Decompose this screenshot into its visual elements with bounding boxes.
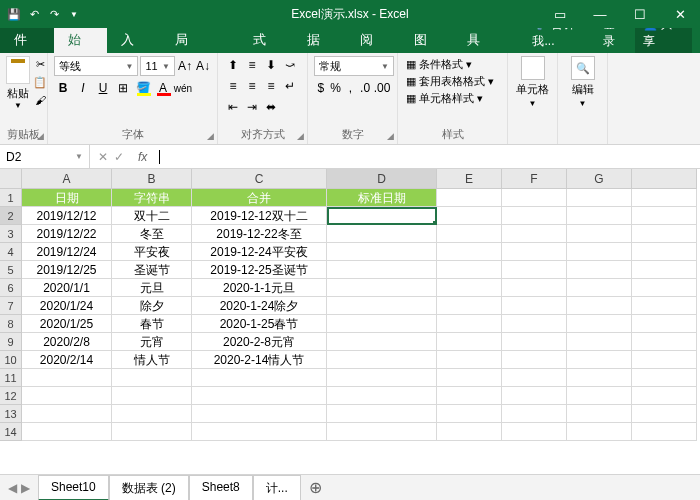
cell[interactable]: 2020-1-24除夕 [192, 297, 327, 315]
cell[interactable] [567, 189, 632, 207]
cell[interactable] [437, 261, 502, 279]
font-color-button[interactable]: A [154, 79, 172, 97]
cell[interactable]: 2020-1-25春节 [192, 315, 327, 333]
cell[interactable] [502, 405, 567, 423]
row-header[interactable]: 5 [0, 261, 22, 279]
cell[interactable]: 标准日期 [327, 189, 437, 207]
cell[interactable]: 2020/1/24 [22, 297, 112, 315]
decrease-font-icon[interactable]: A↓ [195, 57, 211, 75]
cell[interactable]: 2019/12/24 [22, 243, 112, 261]
conditional-format-button[interactable]: ▦条件格式 ▾ [404, 56, 501, 73]
cell[interactable]: 2020/2/14 [22, 351, 112, 369]
decrease-decimal-icon[interactable]: .00 [373, 79, 391, 97]
border-button[interactable]: ⊞ [114, 79, 132, 97]
cell[interactable]: 双十二 [112, 207, 192, 225]
cell[interactable] [437, 189, 502, 207]
save-icon[interactable]: 💾 [6, 6, 22, 22]
col-header[interactable] [632, 169, 697, 189]
align-left-icon[interactable]: ≡ [224, 77, 242, 95]
increase-font-icon[interactable]: A↑ [177, 57, 193, 75]
col-header[interactable]: C [192, 169, 327, 189]
currency-icon[interactable]: $ [314, 79, 328, 97]
sheet-tab[interactable]: Sheet8 [189, 475, 253, 501]
cell[interactable]: 除夕 [112, 297, 192, 315]
dialog-launcher-icon[interactable]: ◢ [37, 131, 44, 141]
cell[interactable]: 2020/1/25 [22, 315, 112, 333]
col-header[interactable]: D [327, 169, 437, 189]
cell[interactable] [327, 243, 437, 261]
align-bottom-icon[interactable]: ⬇ [262, 56, 280, 74]
dialog-launcher-icon[interactable]: ◢ [207, 131, 214, 141]
comma-icon[interactable]: , [344, 79, 358, 97]
cell[interactable]: 平安夜 [112, 243, 192, 261]
cell[interactable] [22, 405, 112, 423]
cell[interactable] [327, 207, 437, 225]
redo-icon[interactable]: ↷ [46, 6, 62, 22]
cell[interactable]: 情人节 [112, 351, 192, 369]
col-header[interactable]: G [567, 169, 632, 189]
cell[interactable] [567, 279, 632, 297]
cell[interactable]: 2020-2-8元宵 [192, 333, 327, 351]
cell[interactable] [632, 261, 697, 279]
format-painter-icon[interactable]: 🖌 [32, 92, 48, 108]
cell[interactable] [502, 333, 567, 351]
cell[interactable] [502, 351, 567, 369]
dialog-launcher-icon[interactable]: ◢ [387, 131, 394, 141]
cell[interactable]: 2020/1/1 [22, 279, 112, 297]
col-header[interactable]: F [502, 169, 567, 189]
bold-button[interactable]: B [54, 79, 72, 97]
cell[interactable] [567, 333, 632, 351]
cell[interactable] [632, 369, 697, 387]
row-header[interactable]: 13 [0, 405, 22, 423]
cell[interactable] [437, 207, 502, 225]
cell[interactable]: 元旦 [112, 279, 192, 297]
align-middle-icon[interactable]: ≡ [243, 56, 261, 74]
cell[interactable] [567, 207, 632, 225]
cell[interactable]: 2020-1-1元旦 [192, 279, 327, 297]
cell[interactable] [437, 387, 502, 405]
col-header[interactable]: B [112, 169, 192, 189]
cell[interactable] [437, 333, 502, 351]
cell[interactable] [632, 315, 697, 333]
cell[interactable] [327, 333, 437, 351]
undo-icon[interactable]: ↶ [26, 6, 42, 22]
cell[interactable] [502, 369, 567, 387]
row-header[interactable]: 4 [0, 243, 22, 261]
cell[interactable] [632, 405, 697, 423]
align-right-icon[interactable]: ≡ [262, 77, 280, 95]
cell[interactable] [632, 297, 697, 315]
cell[interactable] [437, 279, 502, 297]
merge-center-icon[interactable]: ⬌ [262, 98, 280, 116]
cell[interactable] [567, 243, 632, 261]
cell[interactable] [632, 279, 697, 297]
close-button[interactable]: ✕ [660, 0, 700, 28]
cell[interactable] [632, 225, 697, 243]
cell[interactable] [437, 351, 502, 369]
cell[interactable]: 2019/12/25 [22, 261, 112, 279]
col-header[interactable]: A [22, 169, 112, 189]
cell[interactable] [502, 189, 567, 207]
cell[interactable] [567, 387, 632, 405]
name-box[interactable]: D2▼ [0, 145, 90, 168]
cell[interactable] [502, 315, 567, 333]
cell[interactable] [437, 369, 502, 387]
cells-button[interactable]: 单元格 ▼ [516, 56, 549, 108]
cell[interactable] [327, 405, 437, 423]
qat-more-icon[interactable]: ▼ [66, 6, 82, 22]
maximize-button[interactable]: ☐ [620, 0, 660, 28]
cell[interactable] [327, 225, 437, 243]
spreadsheet-grid[interactable]: ABCDEFG1日期字符串合并标准日期22019/12/12双十二2019-12… [0, 169, 700, 474]
cell[interactable]: 字符串 [112, 189, 192, 207]
cell[interactable] [112, 369, 192, 387]
cell[interactable]: 春节 [112, 315, 192, 333]
cut-icon[interactable]: ✂ [32, 56, 48, 72]
format-table-button[interactable]: ▦套用表格格式 ▾ [404, 73, 501, 90]
number-format-combo[interactable]: 常规▼ [314, 56, 394, 76]
cell[interactable] [327, 279, 437, 297]
cancel-icon[interactable]: ✕ [98, 150, 108, 164]
enter-icon[interactable]: ✓ [114, 150, 124, 164]
sheet-tab[interactable]: 计... [253, 475, 301, 501]
cell[interactable] [22, 387, 112, 405]
row-header[interactable]: 7 [0, 297, 22, 315]
cell[interactable] [327, 351, 437, 369]
